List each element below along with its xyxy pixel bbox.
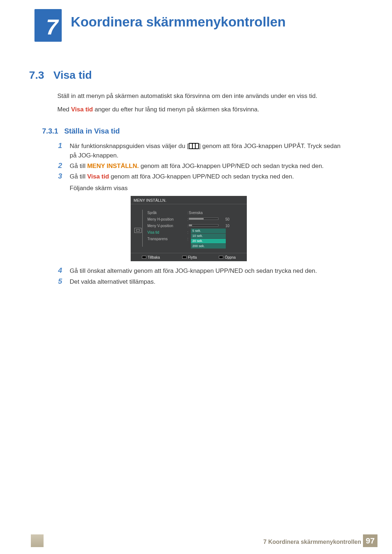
- osd-opt-10: 10 sek.: [191, 234, 226, 238]
- osd-rule-top: [131, 204, 247, 204]
- p2-term: Visa tid: [71, 106, 93, 113]
- step-3: 3 Gå till Visa tid genom att föra JOG-kn…: [58, 172, 341, 193]
- osd-opt-5: 5 sek.: [191, 229, 226, 233]
- subsection-number: 7.3.1: [42, 127, 58, 135]
- s4-t: Gå till önskat alternativ genom att föra…: [70, 266, 341, 276]
- footer-bar: [31, 534, 44, 547]
- osd-title: MENY INSTÄLLN.: [134, 198, 166, 202]
- osd-open: Öppna: [219, 255, 236, 259]
- osd-opt-200: 200 sek.: [191, 244, 226, 249]
- osd-opt-20: 20 sek.: [191, 239, 226, 243]
- step-1: 1 När funktionsknappsguiden visas väljer…: [58, 141, 341, 161]
- p2-post: anger du efter hur lång tid menyn på skä…: [93, 106, 259, 113]
- osd-move: Flytta: [182, 255, 197, 259]
- step-num-2: 2: [58, 161, 62, 170]
- s5-t: Det valda alternativet tillämpas.: [70, 277, 341, 287]
- osd-options: 5 sek. 10 sek. 20 sek. 200 sek.: [191, 229, 226, 249]
- osd-sep: :::::: [187, 210, 188, 242]
- osd-bar-h: [189, 218, 219, 220]
- osd-label-trans: Transparens: [147, 236, 173, 242]
- menu-icon: [189, 143, 199, 149]
- osd-label-h: Meny H-position: [147, 216, 173, 223]
- s3-post: genom att föra JOG-knappen UPP/NED och s…: [109, 173, 294, 180]
- step-num-1: 1: [58, 141, 62, 150]
- osd-footer: Tillbaka Flytta Öppna: [131, 253, 247, 261]
- s2-term: MENY INSTÄLLN.: [87, 163, 139, 169]
- chapter-title: Koordinera skärmmenykontrollen: [71, 15, 286, 30]
- s3-pre: Gå till: [70, 173, 87, 180]
- open-icon: [219, 256, 223, 259]
- osd-back: Tillbaka: [142, 255, 160, 259]
- step-num-5: 5: [58, 277, 62, 286]
- step-4: 4 Gå till önskat alternativ genom att fö…: [58, 266, 341, 276]
- footer-page-number: 97: [363, 534, 377, 547]
- subsection-title: Ställa in Visa tid: [64, 127, 120, 135]
- chapter-badge: 7: [34, 9, 62, 42]
- s2-pre: Gå till: [70, 163, 87, 169]
- osd-labels: Språk Meny H-position Meny V-position Vi…: [147, 210, 173, 242]
- osd-open-t: Öppna: [225, 255, 236, 259]
- osd-side-icon: [134, 228, 142, 233]
- move-icon: [182, 256, 187, 259]
- s3-d: Följande skärm visas: [70, 184, 341, 193]
- osd-bar-v: [189, 224, 219, 226]
- step-num-4: 4: [58, 266, 62, 275]
- step-5: 5 Det valda alternativet tillämpas.: [58, 277, 341, 287]
- osd-label-v: Meny V-position: [147, 223, 173, 229]
- step-num-3: 3: [58, 172, 62, 180]
- osd-label-lang: Språk: [147, 210, 173, 216]
- osd-move-t: Flytta: [188, 255, 197, 259]
- chapter-number: 7: [46, 15, 58, 40]
- paragraph-2: Med Visa tid anger du efter hur lång tid…: [57, 105, 259, 114]
- s3-term: Visa tid: [87, 173, 109, 180]
- osd-screenshot: MENY INSTÄLLN. Språk Meny H-position Men…: [131, 196, 247, 261]
- osd-back-t: Tillbaka: [148, 255, 160, 259]
- osd-values: Svenska 50 10: [189, 210, 229, 229]
- paragraph-1: Ställ in att menyn på skärmen automatisk…: [57, 92, 317, 100]
- osd-val-h: 50: [221, 216, 229, 223]
- osd-val-lang: Svenska: [189, 210, 229, 216]
- p2-pre: Med: [57, 106, 71, 113]
- osd-tree: [142, 210, 146, 247]
- back-icon: [142, 256, 146, 259]
- footer-text: 7 Koordinera skärmmenykontrollen: [264, 539, 361, 545]
- section-number: 7.3: [29, 69, 44, 81]
- s1-pre: När funktionsknappsguiden visas väljer d…: [70, 143, 189, 149]
- section-title: Visa tid: [53, 69, 92, 81]
- osd-label-visa: Visa tid: [147, 229, 173, 236]
- s2-post: genom att föra JOG-knappen UPP/NED och s…: [139, 163, 324, 169]
- step-2: 2 Gå till MENY INSTÄLLN. genom att föra …: [58, 161, 341, 171]
